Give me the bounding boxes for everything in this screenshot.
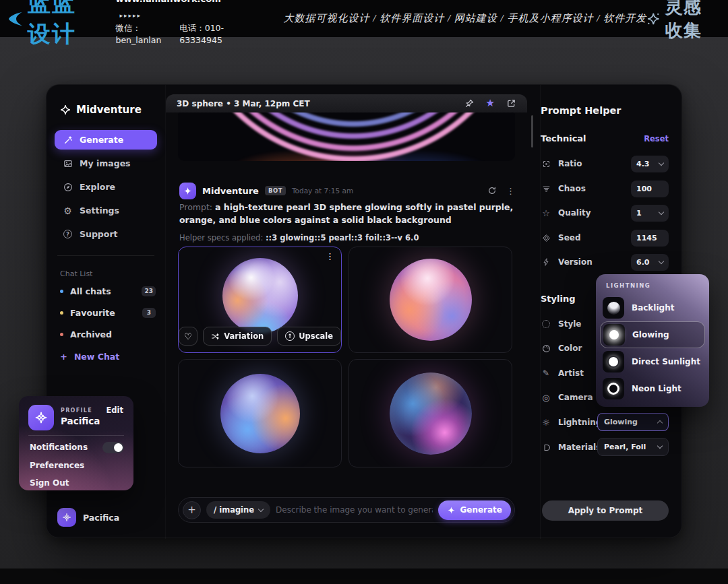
chaos-input[interactable]: 100 (631, 181, 669, 197)
ratio-row: Ratio 4.3 (541, 155, 669, 172)
compass-icon (63, 183, 73, 192)
chat-filter-all[interactable]: All chats 23 (60, 284, 156, 298)
sidebar-item-my-images[interactable]: My images (55, 154, 157, 173)
chevron-down-icon (659, 160, 664, 165)
shuffle-icon (211, 332, 220, 341)
chat-filter-archived[interactable]: Archived (60, 327, 156, 341)
image-icon (63, 159, 73, 168)
apply-label: Apply to Prompt (568, 506, 643, 515)
sign-out-item[interactable]: Sign Out (30, 476, 124, 490)
sidebar-item-label: Support (80, 229, 118, 239)
chat-filter-label: Archived (70, 329, 112, 339)
gear-icon: ⚙ (63, 205, 73, 216)
glass-bubble-sphere-image (390, 372, 472, 455)
red-dot-icon (60, 333, 63, 336)
sidebar-item-explore[interactable]: Explore (55, 177, 157, 197)
bot-name: Midventure (202, 186, 259, 196)
lightning-dropdown-popup: LIGHTNING Backlight Glowing Direct Sunli… (596, 274, 709, 407)
option-label: Direct Sunlight (632, 357, 700, 366)
chat-filter-favourite[interactable]: Favourite 3 (60, 306, 156, 319)
chevron-down-icon (258, 506, 264, 511)
row-label: Color (558, 344, 582, 353)
site-info: www.lanlanwork.com ▸▸▸▸▸ 微信：ben_lanlan 电… (115, 0, 243, 46)
favorite-star-icon[interactable]: ★ (486, 98, 495, 108)
new-chat-button[interactable]: + New Chat (60, 350, 156, 363)
chat-filter-label: Favourite (70, 308, 115, 318)
sidebar-item-support[interactable]: ? Support (55, 224, 157, 244)
variation-button[interactable]: Variation (203, 327, 272, 346)
preferences-item[interactable]: Preferences (30, 459, 124, 472)
new-chat-label: New Chat (74, 352, 119, 362)
app-logo: Midventure (60, 104, 142, 116)
generated-image-4[interactable] (348, 359, 512, 467)
nested-diamonds-icon (541, 234, 551, 242)
backlight-thumbnail (603, 297, 624, 319)
materials-row: Materials Pearl, Foil (541, 438, 669, 457)
generated-image-3[interactable] (178, 359, 342, 467)
pin-icon[interactable] (464, 98, 475, 108)
message-time: Today at 7:15 am (292, 187, 353, 195)
generated-image-1[interactable]: ⋮ ♡ Variation ↑ Upscale (178, 247, 342, 353)
chaos-row: Chaos 100 (541, 180, 669, 197)
add-attachment-button[interactable]: + (183, 501, 201, 519)
version-select[interactable]: 6.0 (631, 254, 669, 271)
prompt-label: Prompt: (179, 202, 212, 212)
sidebar-item-generate[interactable]: Generate (55, 130, 157, 150)
materials-select[interactable]: Pearl, Foil (597, 438, 669, 456)
external-link-icon[interactable] (506, 98, 516, 108)
seed-input[interactable]: 1145 (631, 230, 669, 247)
option-glowing[interactable]: Glowing (600, 321, 705, 348)
popup-title: LIGHTNING (606, 282, 705, 289)
quality-select[interactable]: 1 (631, 205, 669, 222)
kebab-menu-icon[interactable]: ⋮ (326, 251, 334, 261)
upscale-label: Upscale (299, 331, 333, 341)
row-label: Ratio (558, 159, 582, 168)
arrow-icons: ▸▸▸▸▸ (119, 12, 142, 19)
option-neon-light[interactable]: Neon Light (600, 375, 705, 402)
chat-header: 3D sphere • 3 Mar, 12pm CET ★ (166, 94, 527, 112)
upscale-button[interactable]: ↑ Upscale (277, 327, 341, 346)
row-label: Version (558, 257, 593, 267)
prompt-line: Prompt: a high-texture pearl 3D sphere g… (179, 201, 515, 227)
divider (57, 255, 154, 256)
chat-column: 3D sphere • 3 Mar, 12pm CET ★ Midventure… (165, 85, 526, 539)
generate-button[interactable]: Generate (438, 500, 511, 520)
like-button[interactable]: ♡ (179, 327, 198, 346)
sidebar-user[interactable]: Pacifica (57, 508, 119, 527)
site-logo: 蓝蓝设计 (7, 0, 99, 50)
swirl-artwork (178, 112, 515, 161)
profile-name: Pacifica (61, 416, 100, 426)
site-banner: 蓝蓝设计 www.lanlanwork.com ▸▸▸▸▸ 微信：ben_lan… (0, 0, 728, 37)
generated-image-2[interactable] (348, 247, 512, 353)
reset-button[interactable]: Reset (644, 134, 669, 143)
row-label: Style (558, 319, 581, 329)
profile-eyebrow: PROFILE (61, 408, 92, 414)
sidebar-item-settings[interactable]: ⚙ Settings (55, 201, 157, 220)
refresh-icon[interactable] (487, 186, 497, 195)
variation-label: Variation (224, 331, 264, 341)
row-label: Camera (558, 393, 593, 402)
apply-to-prompt-button[interactable]: Apply to Prompt (542, 500, 669, 521)
option-backlight[interactable]: Backlight (600, 294, 705, 321)
option-direct-sunlight[interactable]: Direct Sunlight (600, 348, 705, 375)
notifications-label: Notifications (30, 443, 88, 452)
user-name: Pacifica (83, 513, 119, 523)
ratio-select[interactable]: 4.3 (631, 156, 669, 172)
specs-line: Helper specs applied: ::3 glowing::5 pea… (179, 233, 419, 242)
hero-image-partial[interactable] (178, 112, 515, 161)
prompt-input[interactable] (276, 505, 433, 515)
notifications-toggle[interactable] (102, 442, 124, 453)
option-label: Backlight (632, 303, 674, 313)
profile-avatar (28, 405, 54, 430)
row-label: Chaos (558, 184, 586, 193)
chevron-down-icon (659, 258, 664, 263)
crop-frame-icon (541, 160, 551, 168)
lightning-select[interactable]: Glowing (597, 413, 669, 431)
scrollbar-thumb[interactable] (531, 115, 533, 148)
technical-section-header: Technical Reset (541, 133, 669, 143)
avatar (57, 508, 76, 527)
command-selector[interactable]: / imagine (206, 501, 270, 519)
edit-profile-button[interactable]: Edit (106, 405, 123, 415)
kebab-menu-icon[interactable]: ⋮ (506, 186, 515, 196)
notifications-row[interactable]: Notifications (30, 441, 124, 454)
